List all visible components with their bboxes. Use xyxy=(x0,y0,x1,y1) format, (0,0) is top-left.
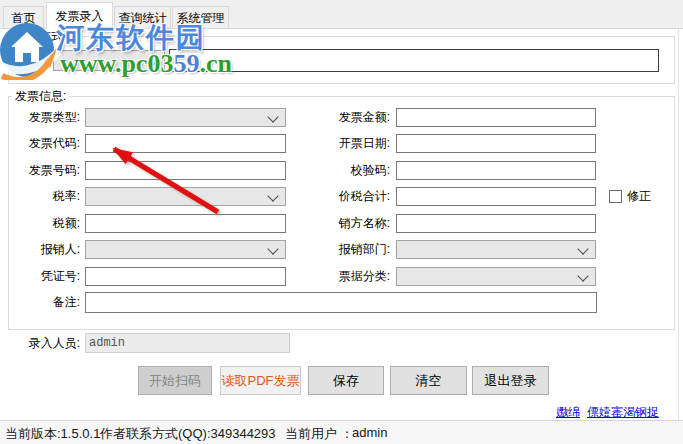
tax-amount-input[interactable] xyxy=(85,214,286,233)
invoice-type-combobox[interactable] xyxy=(85,108,286,127)
status-bar: 当前版本:1.5.0.1 作者联系方式(QQ):349344293 当前用户 ：… xyxy=(0,420,683,444)
pc0359-site-logo-icon xyxy=(0,22,62,80)
reimburse-dept-label: 报销部门: xyxy=(318,240,390,259)
tax-rate-label: 税率: xyxy=(8,187,80,206)
invoice-amount-input[interactable] xyxy=(396,108,596,127)
check-code-input[interactable] xyxy=(396,161,596,180)
url-mid: 59 xyxy=(173,49,199,78)
operator-input xyxy=(85,333,290,353)
start-scan-button[interactable]: 开始扫码 xyxy=(138,366,212,395)
invoice-date-label: 开票日期: xyxy=(318,134,390,153)
seller-name-input[interactable] xyxy=(396,214,596,233)
footer-link-2[interactable]: 僄嬄寚渴钢捉 xyxy=(587,404,659,421)
tax-rate-combobox[interactable] xyxy=(85,187,286,206)
voucher-number-input[interactable] xyxy=(85,267,286,286)
chevron-down-icon xyxy=(577,270,588,281)
invoice-code-label: 发票代码: xyxy=(8,134,80,153)
watermark-site-url: www.pc0359.cn xyxy=(60,49,232,79)
window-edge xyxy=(678,29,679,420)
invoice-info-group-title: 发票信息: xyxy=(12,89,69,103)
invoice-date-input[interactable] xyxy=(396,134,596,153)
voucher-number-label: 凭证号: xyxy=(8,267,80,286)
invoice-amount-label: 发票金额: xyxy=(318,108,390,127)
total-with-tax-label: 价税合计: xyxy=(318,187,390,206)
chevron-down-icon xyxy=(267,190,278,201)
tax-amount-label: 税额: xyxy=(8,214,80,233)
invoice-type-label: 发票类型: xyxy=(8,108,80,127)
modify-checkbox[interactable] xyxy=(609,190,622,203)
logout-button[interactable]: 退出登录 xyxy=(472,366,549,395)
invoice-code-input[interactable] xyxy=(85,134,286,153)
check-code-label: 校验码: xyxy=(318,161,390,180)
modify-checkbox-label: 修正 xyxy=(627,187,657,206)
current-user-label: 当前用户 ： xyxy=(285,425,354,443)
ticket-category-label: 票据分类: xyxy=(318,267,390,286)
invoice-number-input[interactable] xyxy=(85,161,286,180)
invoice-number-label: 发票号码: xyxy=(8,161,80,180)
save-button[interactable]: 保存 xyxy=(308,366,384,395)
remark-input[interactable] xyxy=(85,292,597,313)
reimburse-dept-combobox[interactable] xyxy=(396,240,596,259)
footer-link-1[interactable]: 嫐绵 xyxy=(556,404,580,421)
reimburser-combobox[interactable] xyxy=(85,240,286,259)
chevron-down-icon xyxy=(577,243,588,254)
scan-code-input[interactable] xyxy=(169,49,659,72)
chevron-down-icon xyxy=(267,111,278,122)
operator-label: 录入人员: xyxy=(8,334,80,353)
ticket-category-combobox[interactable] xyxy=(396,267,596,286)
author-contact-text: 作者联系方式(QQ):349344293 xyxy=(100,425,276,443)
chevron-down-icon xyxy=(267,243,278,254)
clear-button[interactable]: 清空 xyxy=(390,366,467,395)
url-prefix: www.pc03 xyxy=(60,49,173,78)
current-user-value: admin xyxy=(352,425,387,440)
seller-name-label: 销方名称: xyxy=(318,214,390,233)
version-text: 当前版本:1.5.0.1 xyxy=(5,425,100,443)
total-with-tax-input[interactable] xyxy=(396,187,596,206)
read-pdf-invoice-button[interactable]: 读取PDF发票 xyxy=(220,366,301,395)
url-suffix: .cn xyxy=(199,49,232,78)
remark-label: 备注: xyxy=(8,293,80,312)
reimburser-label: 报销人: xyxy=(8,240,80,259)
